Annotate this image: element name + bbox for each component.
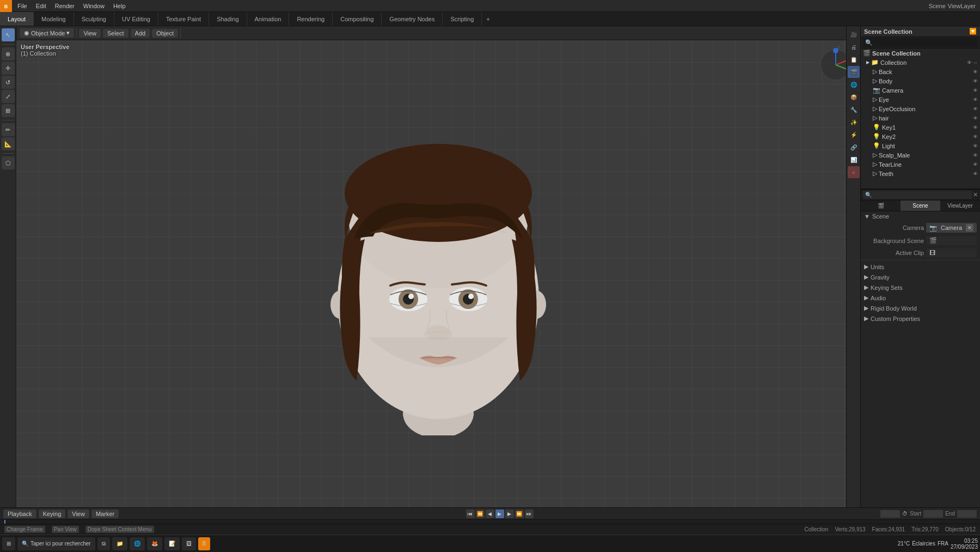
- menu-help[interactable]: Help: [109, 2, 130, 10]
- teeth-vis-icon[interactable]: 👁: [973, 171, 978, 177]
- browser-btn[interactable]: 🌐: [130, 537, 145, 550]
- scale-tool-btn[interactable]: ⤢: [2, 90, 15, 103]
- viewport-3d[interactable]: User Perspective (1) Collection X Y Z 🔍 …: [16, 40, 860, 525]
- menu-window[interactable]: Window: [79, 2, 109, 10]
- transform-tool-btn[interactable]: ⊞: [2, 104, 15, 117]
- tab-scripting[interactable]: Scripting: [443, 12, 482, 26]
- prev-keyframe-btn[interactable]: ⏪: [476, 509, 485, 518]
- tearline-vis-icon[interactable]: 👁: [973, 162, 978, 167]
- tab-layout[interactable]: Layout: [0, 12, 34, 26]
- tab-geometry-nodes[interactable]: Geometry Nodes: [382, 12, 443, 26]
- windows-start-btn[interactable]: ⊞: [2, 537, 15, 550]
- gravity-section[interactable]: ▶ Gravity: [861, 272, 980, 282]
- camera-item[interactable]: 📷 Camera 👁: [861, 86, 980, 95]
- explorer-btn[interactable]: 📁: [112, 537, 127, 550]
- props-scene-icon[interactable]: 🎬: [861, 201, 901, 211]
- visibility-icon[interactable]: 👁: [967, 60, 972, 65]
- light-vis-icon[interactable]: 👁: [973, 143, 978, 149]
- tab-rendering[interactable]: Rendering: [289, 12, 333, 26]
- marker-btn[interactable]: Marker: [91, 509, 119, 518]
- tab-uv-editing[interactable]: UV Editing: [114, 12, 158, 26]
- tab-animation[interactable]: Animation: [247, 12, 290, 26]
- object-menu-btn[interactable]: Object: [152, 29, 178, 38]
- add-obj-btn[interactable]: ⬡: [2, 156, 15, 169]
- props-x-icon[interactable]: ✕: [973, 191, 978, 198]
- frame-start-input[interactable]: 1: [923, 510, 943, 518]
- light-item[interactable]: 💡 Light 👁: [861, 141, 980, 150]
- output-props-icon[interactable]: 🖨: [848, 41, 860, 53]
- menu-edit[interactable]: Edit: [32, 2, 51, 10]
- taskview-btn[interactable]: ⧉: [97, 537, 110, 550]
- jump-to-start-btn[interactable]: ⏮: [466, 509, 475, 518]
- tab-sculpting[interactable]: Sculpting: [74, 12, 114, 26]
- custom-props-section[interactable]: ▶ Custom Properties: [861, 313, 980, 324]
- key1-vis-icon[interactable]: 👁: [973, 125, 978, 130]
- measure-tool-btn[interactable]: 📐: [2, 137, 15, 150]
- modifier-props-icon[interactable]: 🔧: [848, 104, 860, 116]
- key1-item[interactable]: 💡 Key1 👁: [861, 123, 980, 132]
- view-menu-btn[interactable]: View: [79, 29, 101, 38]
- tab-shading[interactable]: Shading: [209, 12, 247, 26]
- back-item[interactable]: ▷ Back 👁: [861, 67, 980, 76]
- props-viewlayer-tab2[interactable]: ViewLayer: [940, 201, 980, 211]
- outliner-search[interactable]: [863, 38, 978, 47]
- view-layer-props-icon[interactable]: 📋: [848, 53, 860, 65]
- camera-vis-icon[interactable]: 👁: [973, 88, 978, 93]
- material-props-icon[interactable]: ○: [848, 166, 860, 178]
- physics-props-icon[interactable]: ⚡: [848, 129, 860, 141]
- background-scene-btn[interactable]: 🎬: [926, 236, 977, 245]
- hair-vis-icon[interactable]: 👁: [973, 116, 978, 121]
- render-props-icon[interactable]: 🎥: [848, 28, 860, 40]
- collection-item[interactable]: ▶ 📁 Collection 👁 ↔: [861, 58, 980, 67]
- hair-item[interactable]: ▷ hair 👁: [861, 113, 980, 123]
- back-vis-icon[interactable]: 👁: [973, 69, 978, 75]
- eyeocc-vis-icon[interactable]: 👁: [973, 106, 978, 112]
- rigid-body-section[interactable]: ▶ Rigid Body World: [861, 303, 980, 313]
- filter-icon[interactable]: 🔽: [969, 28, 977, 35]
- search-btn[interactable]: 🔍 Taper ici pour rechercher: [17, 537, 95, 550]
- tab-modeling[interactable]: Modeling: [34, 12, 74, 26]
- scalpmale-item[interactable]: ▷ Scalp_Male 👁: [861, 150, 980, 160]
- tearline-item[interactable]: ▷ TearLine 👁: [861, 160, 980, 169]
- tab-add[interactable]: +: [482, 14, 494, 25]
- active-clip-btn[interactable]: 🎞: [926, 248, 977, 257]
- step-forward-btn[interactable]: ▶: [505, 509, 514, 518]
- menu-render[interactable]: Render: [51, 2, 79, 10]
- constraints-props-icon[interactable]: 🔗: [848, 141, 860, 153]
- body-vis-icon[interactable]: 👁: [973, 78, 978, 84]
- select-tool-btn[interactable]: ↖: [2, 28, 15, 41]
- data-props-icon[interactable]: 📊: [848, 154, 860, 166]
- frame-end-input[interactable]: 250: [957, 510, 977, 518]
- keying-sets-section[interactable]: ▶ Keying Sets: [861, 282, 980, 293]
- step-back-btn[interactable]: ◀: [486, 509, 494, 518]
- key2-vis-icon[interactable]: 👁: [973, 134, 978, 139]
- scene-props-icon[interactable]: 🎬: [848, 66, 860, 78]
- scene-section-header[interactable]: ▼ Scene: [861, 211, 980, 221]
- add-menu-btn[interactable]: Add: [131, 29, 150, 38]
- units-section[interactable]: ▶ Units: [861, 262, 980, 272]
- particles-props-icon[interactable]: ✨: [848, 116, 860, 128]
- keying-btn[interactable]: Keying: [39, 509, 66, 518]
- props-search[interactable]: [863, 191, 972, 199]
- body-item[interactable]: ▷ Body 👁: [861, 76, 980, 86]
- object-mode-btn[interactable]: ◉ Object Mode ▾: [20, 28, 74, 38]
- key2-item[interactable]: 💡 Key2 👁: [861, 132, 980, 141]
- scene-collection-item[interactable]: 🎬 Scene Collection: [861, 48, 980, 58]
- menu-file[interactable]: File: [13, 2, 32, 10]
- current-frame-input[interactable]: 1: [880, 510, 900, 518]
- object-props-icon[interactable]: 📦: [848, 91, 860, 103]
- eyeocclusion-item[interactable]: ▷ EyeOcclusion 👁: [861, 104, 980, 113]
- select-icon[interactable]: ↔: [973, 60, 978, 65]
- move-tool-btn[interactable]: ✛: [2, 62, 15, 75]
- app4-btn[interactable]: 📝: [164, 537, 180, 550]
- jump-to-end-btn[interactable]: ⏭: [525, 509, 534, 518]
- eye-vis-icon[interactable]: 👁: [973, 97, 978, 102]
- playback-btn[interactable]: Playback: [3, 509, 36, 518]
- props-viewlayer-tab[interactable]: Scene: [901, 201, 940, 211]
- photoshop-btn[interactable]: 🖼: [182, 537, 196, 550]
- tab-compositing[interactable]: Compositing: [333, 12, 382, 26]
- next-keyframe-btn[interactable]: ⏩: [515, 509, 524, 518]
- teeth-item[interactable]: ▷ Teeth 👁: [861, 169, 980, 178]
- play-btn[interactable]: ▶: [495, 509, 504, 518]
- audio-section[interactable]: ▶ Audio: [861, 293, 980, 303]
